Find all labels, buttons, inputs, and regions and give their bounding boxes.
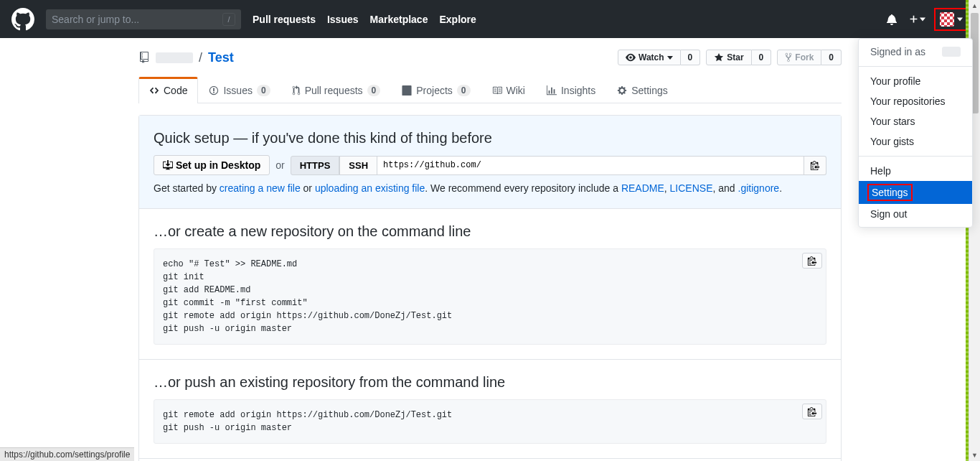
- nav-marketplace[interactable]: Marketplace: [370, 14, 428, 25]
- nav-explore[interactable]: Explore: [439, 14, 476, 25]
- link-license[interactable]: LICENSE: [670, 182, 713, 194]
- quick-setup-title: Quick setup — if you've done this kind o…: [154, 130, 826, 146]
- tab-issues[interactable]: Issues0: [198, 77, 281, 103]
- main-content: Quick setup — if you've done this kind o…: [138, 115, 842, 461]
- dropdown-your-repositories[interactable]: Your repositories: [859, 91, 972, 111]
- plus-icon[interactable]: [909, 14, 925, 24]
- link-gitignore[interactable]: .gitignore: [738, 182, 780, 194]
- user-menu-button[interactable]: [934, 8, 969, 31]
- repo-owner-link[interactable]: [156, 50, 193, 65]
- copy-url-button[interactable]: [804, 156, 826, 175]
- create-repo-section: …or create a new repository on the comma…: [139, 209, 841, 360]
- link-readme[interactable]: README: [621, 182, 664, 194]
- dropdown-your-gists[interactable]: Your gists: [859, 131, 972, 152]
- bell-icon[interactable]: [886, 14, 897, 25]
- setup-box: Quick setup — if you've done this kind o…: [138, 115, 842, 461]
- tab-code[interactable]: Code: [138, 77, 198, 103]
- repo-header: / Test Watch 0 Star 0 Fork 0: [138, 38, 842, 65]
- tab-insights[interactable]: Insights: [536, 77, 606, 103]
- dropdown-settings[interactable]: Settings: [859, 181, 972, 204]
- or-text: or: [275, 159, 284, 171]
- fork-count[interactable]: 0: [821, 50, 842, 65]
- push-repo-section: …or push an existing repository from the…: [139, 360, 841, 459]
- repo-name-link[interactable]: Test: [208, 50, 234, 65]
- clone-url-input[interactable]: [377, 156, 804, 175]
- header-right: [886, 8, 969, 31]
- quick-setup-section: Quick setup — if you've done this kind o…: [139, 116, 841, 209]
- star-button[interactable]: Star: [706, 50, 751, 65]
- dropdown-divider: [859, 66, 972, 67]
- avatar-icon: [940, 12, 954, 27]
- dropdown-help[interactable]: Help: [859, 161, 972, 181]
- setup-desktop-button[interactable]: Set up in Desktop: [154, 155, 270, 175]
- watch-button[interactable]: Watch: [618, 50, 681, 65]
- create-repo-title: …or create a new repository on the comma…: [154, 223, 826, 240]
- tab-projects[interactable]: Projects0: [391, 77, 481, 103]
- slash-hint: /: [222, 13, 235, 26]
- dropdown-signed-in: Signed in as: [859, 42, 972, 62]
- dropdown-divider: [859, 156, 972, 157]
- tab-wiki[interactable]: Wiki: [481, 77, 536, 103]
- scrollbar-down-icon[interactable]: ▼: [969, 450, 980, 461]
- scrollbar-up-icon[interactable]: ▲: [969, 0, 980, 11]
- link-new-file[interactable]: creating a new file: [220, 182, 301, 194]
- repo-sep: /: [199, 50, 202, 65]
- main-header: / Pull requests Issues Marketplace Explo…: [0, 0, 980, 38]
- watch-count[interactable]: 0: [681, 50, 701, 65]
- link-upload[interactable]: uploading an existing file: [315, 182, 425, 194]
- search-input[interactable]: [52, 14, 222, 25]
- nav-pull-requests[interactable]: Pull requests: [253, 14, 316, 25]
- push-repo-title: …or push an existing repository from the…: [154, 374, 826, 391]
- user-dropdown: Signed in as Your profile Your repositor…: [858, 38, 973, 228]
- browser-statusbar: https://github.com/settings/profile: [0, 447, 134, 461]
- repo-actions: Watch 0 Star 0 Fork 0: [618, 50, 842, 65]
- search-box[interactable]: /: [46, 9, 241, 29]
- dropdown-your-profile[interactable]: Your profile: [859, 71, 972, 91]
- fork-button[interactable]: Fork: [777, 50, 821, 65]
- header-nav: Pull requests Issues Marketplace Explore: [253, 14, 476, 25]
- repo-title: / Test: [138, 50, 234, 65]
- dropdown-your-stars[interactable]: Your stars: [859, 111, 972, 131]
- ssh-button[interactable]: SSH: [339, 156, 377, 175]
- copy-push-button[interactable]: [802, 404, 822, 419]
- create-repo-code[interactable]: echo "# Test" >> README.md git init git …: [154, 248, 826, 345]
- push-repo-code[interactable]: git remote add origin https://github.com…: [154, 399, 826, 444]
- copy-create-button[interactable]: [802, 253, 822, 269]
- star-count[interactable]: 0: [752, 50, 772, 65]
- https-button[interactable]: HTTPS: [291, 156, 340, 175]
- nav-issues[interactable]: Issues: [327, 14, 359, 25]
- tab-settings[interactable]: Settings: [606, 77, 679, 103]
- tab-pull-requests[interactable]: Pull requests0: [281, 77, 392, 103]
- github-logo[interactable]: [11, 8, 34, 31]
- quick-setup-desc: Get started by creating a new file or up…: [154, 182, 826, 194]
- dropdown-sign-out[interactable]: Sign out: [859, 204, 972, 224]
- repo-tabnav: Code Issues0 Pull requests0 Projects0 Wi…: [138, 77, 842, 103]
